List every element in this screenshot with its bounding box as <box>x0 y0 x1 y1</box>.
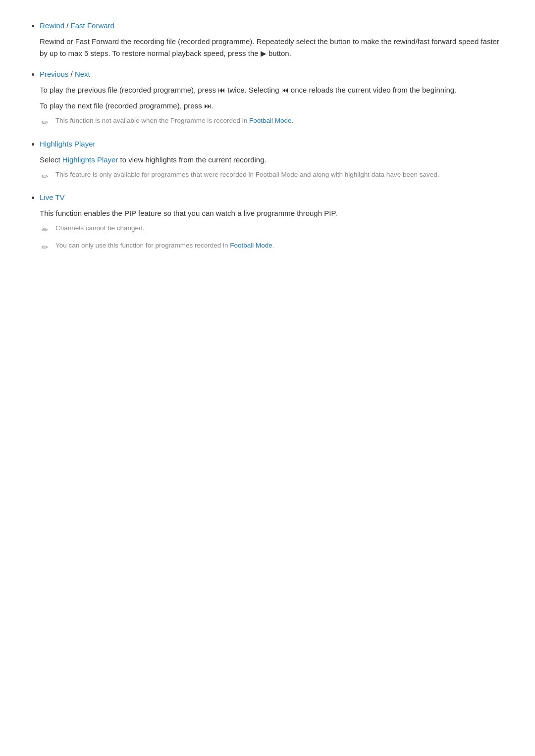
note-live-tv-1: ✏ Channels cannot be changed. <box>40 223 505 237</box>
list-item-rewind-fast-forward: Rewind / Fast Forward Rewind or Fast For… <box>40 20 505 59</box>
link-live-tv[interactable]: Live TV <box>40 193 65 202</box>
item-title-previous-next: Previous / Next <box>40 68 505 80</box>
note-icon-1: ✏ <box>42 116 52 129</box>
item-title-live-tv: Live TV <box>40 192 505 203</box>
link-football-mode-2[interactable]: Football Mode <box>230 242 272 249</box>
list-item-live-tv: Live TV This function enables the PIP fe… <box>40 192 505 253</box>
list-item-previous-next: Previous / Next To play the previous fil… <box>40 68 505 129</box>
note-icon-2: ✏ <box>42 170 52 183</box>
link-football-mode-1[interactable]: Football Mode <box>249 117 292 124</box>
link-rewind[interactable]: Rewind <box>40 21 64 30</box>
link-previous[interactable]: Previous <box>40 70 68 78</box>
previous-description: To play the previous file (recorded prog… <box>40 84 505 96</box>
live-tv-description: This function enables the PIP feature so… <box>40 207 505 219</box>
item-body-live-tv: This function enables the PIP feature so… <box>40 207 505 253</box>
note-highlights: ✏ This feature is only available for pro… <box>40 170 505 183</box>
note-live-tv-2: ✏ You can only use this function for pro… <box>40 241 505 254</box>
note-text-4: You can only use this function for progr… <box>55 241 274 251</box>
note-previous-next: ✏ This function is not available when th… <box>40 116 505 129</box>
item-body-previous-next: To play the previous file (recorded prog… <box>40 84 505 129</box>
separator-2: / <box>71 70 75 78</box>
item-body-rewind: Rewind or Fast Forward the recording fil… <box>40 36 505 59</box>
note-text-1: This function is not available when the … <box>55 116 293 126</box>
note-text-3: Channels cannot be changed. <box>55 223 144 233</box>
link-fast-forward[interactable]: Fast Forward <box>71 21 114 30</box>
highlights-description: Select Highlights Player to view highlig… <box>40 154 505 166</box>
list-item-highlights-player: Highlights Player Select Highlights Play… <box>40 138 505 183</box>
next-description: To play the next file (recorded programm… <box>40 100 505 112</box>
link-highlights-player[interactable]: Highlights Player <box>40 140 96 148</box>
rewind-description: Rewind or Fast Forward the recording fil… <box>40 36 505 59</box>
note-icon-3: ✏ <box>42 224 52 237</box>
link-highlights-player-inline[interactable]: Highlights Player <box>62 155 118 164</box>
note-icon-4: ✏ <box>42 241 52 254</box>
note-text-2: This feature is only available for progr… <box>55 170 439 180</box>
item-body-highlights: Select Highlights Player to view highlig… <box>40 154 505 183</box>
item-title-rewind: Rewind / Fast Forward <box>40 20 505 32</box>
separator: / <box>66 21 70 30</box>
link-next[interactable]: Next <box>75 70 90 78</box>
item-title-highlights: Highlights Player <box>40 138 505 150</box>
content-list: Rewind / Fast Forward Rewind or Fast For… <box>30 20 505 253</box>
